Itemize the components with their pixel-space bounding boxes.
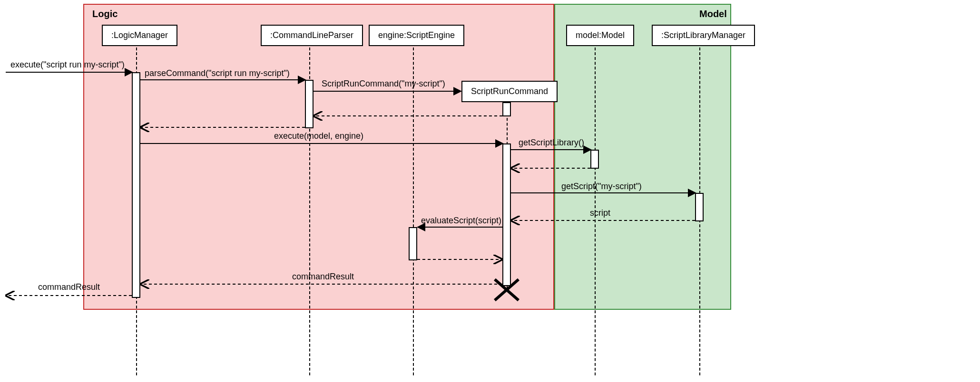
region-model-label: Model: [699, 9, 727, 19]
msg-execute-model-engine: execute(model, engine): [274, 131, 363, 141]
lifeline-script-engine: [413, 48, 414, 375]
msg-evaluate-script: evaluateScript(script): [421, 216, 501, 226]
msg-script-run-command-new: ScriptRunCommand("my-script"): [322, 79, 445, 89]
activation-logic-manager: [132, 72, 140, 298]
region-model: [554, 4, 731, 310]
participant-logic-manager: :LogicManager: [102, 25, 177, 46]
activation-script-engine: [409, 227, 417, 260]
msg-script-return: script: [590, 208, 610, 218]
msg-execute-in: execute("script run my-script"): [10, 60, 125, 70]
activation-command-line-parser: [305, 80, 314, 128]
activation-model: [590, 150, 599, 169]
msg-command-result-out: commandResult: [38, 282, 100, 292]
activation-script-run-command-1: [502, 102, 511, 116]
msg-command-result-inner: commandResult: [292, 272, 354, 282]
activation-script-library-manager: [695, 193, 704, 221]
participant-command-line-parser: :CommandLineParser: [261, 25, 363, 46]
region-logic: [83, 4, 554, 310]
participant-script-run-command: ScriptRunCommand: [461, 81, 558, 102]
activation-script-run-command-2: [502, 143, 511, 286]
msg-get-script-library: getScriptLibrary(): [519, 138, 584, 148]
participant-script-engine: engine:ScriptEngine: [369, 25, 464, 46]
msg-parse-command: parseCommand("script run my-script"): [145, 68, 290, 78]
participant-model: model:Model: [566, 25, 634, 46]
participant-script-library-manager: :ScriptLibraryManager: [652, 25, 755, 46]
region-logic-label: Logic: [92, 9, 118, 19]
msg-get-script: getScript("my-script"): [561, 181, 642, 191]
